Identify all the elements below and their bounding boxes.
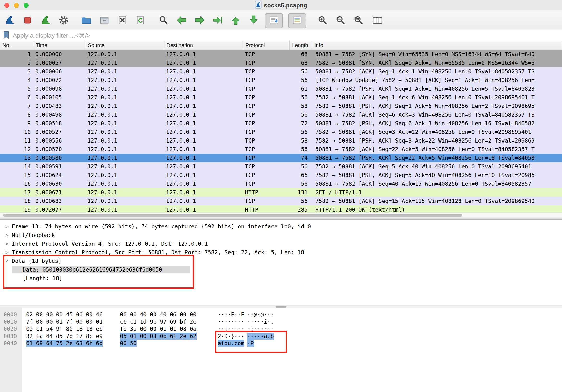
cell-len: 56	[290, 162, 312, 171]
packet-row[interactable]: 40.000072127.0.0.1127.0.0.1TCP56[TCP Win…	[0, 76, 562, 84]
close-window-button[interactable]	[4, 3, 9, 8]
packet-row[interactable]: 190.072077127.0.0.1127.0.0.1HTTP285HTTP/…	[0, 205, 562, 213]
list-details-splitter[interactable]	[0, 218, 562, 219]
cell-len: 56	[290, 76, 312, 84]
hex-ascii: ········	[218, 318, 244, 325]
zoom-reset-button[interactable]	[349, 13, 367, 29]
stop-capture-button[interactable]	[18, 13, 36, 29]
packet-row[interactable]: 80.000498127.0.0.1127.0.0.1TCP5650881 → …	[0, 110, 562, 119]
column-header-info[interactable]: Info	[312, 41, 562, 50]
packet-row[interactable]: 110.000556127.0.0.1127.0.0.1TCP587582 → …	[0, 136, 562, 145]
detail-text: Null/Loopback	[12, 232, 55, 238]
cell-dst: 127.0.0.1	[164, 84, 243, 93]
colorize-button[interactable]	[288, 13, 306, 28]
chevron-collapsed-icon[interactable]: >	[4, 231, 10, 239]
detail-line[interactable]: >Null/Loopback	[0, 231, 562, 239]
cell-no: 3	[0, 67, 33, 76]
column-header-no[interactable]: No.	[0, 41, 33, 50]
display-filter-input[interactable]	[13, 32, 562, 39]
fin-blue-icon	[4, 15, 15, 27]
cell-time: 0.000580	[33, 153, 85, 162]
hex-row[interactable]: 000002 00 00 00 45 00 00 4600 00 40 00 4…	[0, 311, 562, 318]
cell-len: 285	[290, 205, 312, 213]
hex-offset: 0000	[4, 311, 17, 318]
packet-row[interactable]: 140.000591127.0.0.1127.0.0.1TCP567582 → …	[0, 162, 562, 171]
find-packet-button[interactable]	[154, 13, 173, 29]
restart-capture-button[interactable]	[36, 13, 55, 29]
cell-dst: 127.0.0.1	[164, 110, 243, 119]
close-file-button[interactable]	[113, 13, 131, 29]
go-first-packet-button[interactable]	[226, 13, 245, 29]
cell-no: 9	[0, 119, 33, 128]
packet-row[interactable]: 20.000057127.0.0.1127.0.0.1TCP687582 → 5…	[0, 58, 562, 67]
detail-line[interactable]: >Frame 13: 74 bytes on wire (592 bits), …	[0, 222, 562, 231]
packet-row[interactable]: 100.000527127.0.0.1127.0.0.1TCP567582 → …	[0, 128, 562, 136]
open-file-button[interactable]	[77, 13, 95, 29]
packet-row[interactable]: 160.000630127.0.0.1127.0.0.1TCP5650881 →…	[0, 179, 562, 188]
reload-file-button[interactable]	[131, 13, 149, 29]
capture-options-button[interactable]	[55, 13, 72, 29]
cell-no: 6	[0, 93, 33, 102]
hex-ascii: ·····i·.	[247, 318, 274, 325]
hex-bytes: 05 01 00 03 0b 61 2e 62	[120, 333, 197, 340]
auto-scroll-button[interactable]	[265, 13, 283, 28]
packet-row[interactable]: 170.000671127.0.0.1127.0.0.1HTTP131GET /…	[0, 188, 562, 197]
column-header-protocol[interactable]: Protocol	[243, 41, 290, 50]
annotation-rect-details	[3, 255, 194, 289]
column-header-length[interactable]: Length	[290, 41, 312, 50]
packet-row[interactable]: 70.000483127.0.0.1127.0.0.1TCP587582 → 5…	[0, 102, 562, 110]
zoom-out-button[interactable]	[331, 13, 349, 29]
hex-bytes: 00 50	[120, 340, 137, 347]
cell-proto: TCP	[243, 58, 290, 67]
cell-dst: 127.0.0.1	[164, 153, 243, 162]
hex-row[interactable]: 00107f 00 00 01 7f 00 00 01c6 c1 1d 9e 9…	[0, 318, 562, 325]
hex-bytes: 61 69 64 75 2e 63 6f 6d	[26, 340, 103, 347]
cell-dst: 127.0.0.1	[164, 102, 243, 110]
packet-row[interactable]: 10.000000127.0.0.1127.0.0.1TCP6850881 → …	[0, 50, 562, 58]
cell-no: 2	[0, 58, 33, 67]
cell-info: 50881 → 7582 [ACK] Seq=1 Ack=1 Win=40825…	[312, 67, 562, 76]
go-last-packet-button[interactable]	[245, 13, 263, 29]
cell-dst: 127.0.0.1	[164, 145, 243, 153]
cell-info: 7582 → 50881 [ACK] Seq=15 Ack=115 Win=40…	[312, 197, 562, 205]
chevron-collapsed-icon[interactable]: >	[4, 222, 10, 231]
go-forward-button[interactable]	[190, 13, 209, 29]
details-hex-splitter[interactable]	[0, 305, 562, 308]
packet-row[interactable]: 60.000105127.0.0.1127.0.0.1TCP567582 → 5…	[0, 93, 562, 102]
chevron-collapsed-icon[interactable]: >	[4, 239, 10, 248]
cell-src: 127.0.0.1	[85, 93, 164, 102]
packet-row[interactable]: 130.000580127.0.0.1127.0.0.1TCP7450881 →…	[0, 153, 562, 162]
packet-row[interactable]: 120.000570127.0.0.1127.0.0.1TCP5650881 →…	[0, 145, 562, 153]
zoom-in-button[interactable]	[313, 13, 331, 29]
detail-line[interactable]: >Internet Protocol Version 4, Src: 127.0…	[0, 239, 562, 248]
zoom-window-button[interactable]	[23, 3, 29, 8]
resize-columns-button[interactable]	[368, 13, 386, 29]
column-header-time[interactable]: Time	[33, 41, 85, 50]
go-to-packet-button[interactable]	[209, 13, 226, 29]
packet-details-pane: >Frame 13: 74 bytes on wire (592 bits), …	[0, 219, 562, 305]
cell-len: 68	[290, 58, 312, 67]
packet-row[interactable]: 50.000098127.0.0.1127.0.0.1TCP6150881 → …	[0, 84, 562, 93]
cell-time: 0.072077	[33, 205, 85, 213]
packet-row[interactable]: 30.000066127.0.0.1127.0.0.1TCP5650881 → …	[0, 67, 562, 76]
go-back-button[interactable]	[173, 13, 190, 29]
cell-src: 127.0.0.1	[85, 128, 164, 136]
column-header-destination[interactable]: Destination	[164, 41, 243, 50]
hex-bytes: 7f 00 00 01 7f 00 00 01	[26, 318, 103, 325]
cell-info: 7582 → 50881 [ACK] Seq=5 Ack=40 Win=4082…	[312, 162, 562, 171]
cell-no: 15	[0, 171, 33, 179]
horizontal-scrollbar-thumb[interactable]	[3, 214, 462, 217]
bookmark-icon[interactable]	[3, 31, 9, 40]
packet-row[interactable]: 150.000624127.0.0.1127.0.0.1TCP667582 → …	[0, 171, 562, 179]
column-header-source[interactable]: Source	[85, 41, 164, 50]
minimize-window-button[interactable]	[14, 3, 19, 8]
save-file-button[interactable]	[95, 13, 113, 29]
start-capture-button[interactable]	[0, 13, 18, 29]
packet-row[interactable]: 90.000518127.0.0.1127.0.0.1TCP7250881 → …	[0, 119, 562, 128]
save-icon	[99, 15, 110, 27]
close-doc-icon	[117, 15, 128, 27]
arrow-left-icon	[176, 15, 187, 27]
cell-proto: TCP	[243, 67, 290, 76]
packet-row[interactable]: 180.000683127.0.0.1127.0.0.1TCP567582 → …	[0, 197, 562, 205]
splitter-handle[interactable]	[276, 306, 286, 308]
